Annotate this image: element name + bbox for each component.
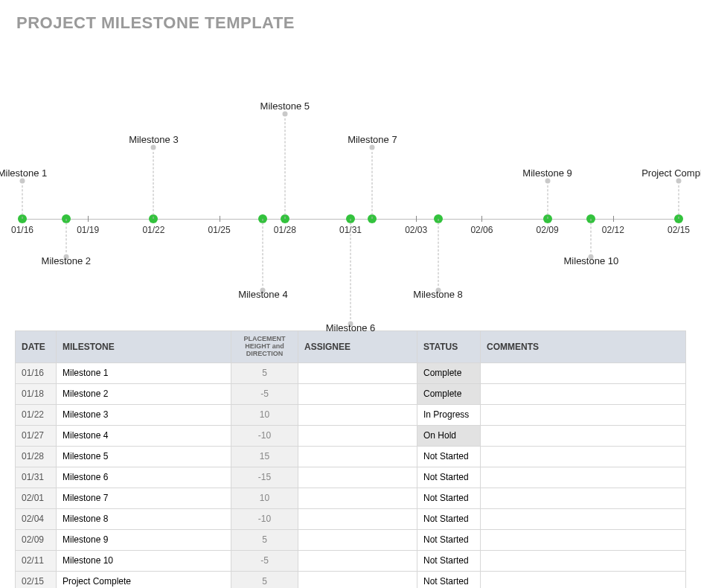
cell-comments[interactable]: [481, 383, 686, 404]
cell-status[interactable]: Not Started: [417, 571, 481, 588]
milestone-leader: [350, 219, 351, 319]
cell-milestone[interactable]: Milestone 9: [57, 529, 231, 550]
axis-tick-label: 01/22: [142, 225, 164, 235]
cell-status[interactable]: Not Started: [417, 550, 481, 571]
cell-status[interactable]: Not Started: [417, 508, 481, 529]
cell-comments[interactable]: [481, 446, 686, 467]
cell-placement[interactable]: 15: [231, 446, 298, 467]
cell-assignee[interactable]: [298, 550, 417, 571]
cell-comments[interactable]: [481, 571, 686, 588]
cell-date[interactable]: 01/18: [16, 383, 57, 404]
milestone-end-dot: [545, 179, 550, 184]
cell-placement[interactable]: 5: [231, 529, 298, 550]
cell-milestone[interactable]: Milestone 2: [57, 383, 231, 404]
milestone-label: Milestone 6: [326, 322, 375, 333]
cell-placement[interactable]: -5: [231, 550, 298, 571]
cell-milestone[interactable]: Milestone 3: [57, 404, 231, 425]
cell-assignee[interactable]: [298, 571, 417, 588]
table-row: 01/22Milestone 310In Progress: [16, 404, 686, 425]
milestone-label: Milestone 8: [413, 289, 462, 300]
milestone-label: Milestone 3: [129, 134, 178, 145]
th-assignee: ASSIGNEE: [298, 331, 417, 363]
milestone-leader: [372, 152, 373, 219]
cell-comments[interactable]: [481, 404, 686, 425]
cell-date[interactable]: 01/16: [16, 362, 57, 383]
milestone-timeline-chart: 01/1601/1901/2201/2501/2801/3102/0302/06…: [15, 40, 686, 316]
cell-status[interactable]: Not Started: [417, 446, 481, 467]
cell-milestone[interactable]: Milestone 4: [57, 425, 231, 446]
cell-assignee[interactable]: [298, 404, 417, 425]
milestone-table: DATE MILESTONE PLACEMENT HEIGHT and DIRE…: [15, 330, 686, 588]
cell-status[interactable]: Not Started: [417, 467, 481, 488]
milestone-label: Milestone 2: [42, 255, 91, 266]
axis-tick: [220, 216, 220, 222]
cell-status[interactable]: Complete: [417, 383, 481, 404]
cell-placement[interactable]: -10: [231, 425, 298, 446]
cell-assignee[interactable]: [298, 446, 417, 467]
cell-placement[interactable]: 5: [231, 362, 298, 383]
cell-milestone[interactable]: Milestone 5: [57, 446, 231, 467]
milestone-end-dot: [282, 112, 287, 117]
cell-status[interactable]: In Progress: [417, 404, 481, 425]
cell-milestone[interactable]: Milestone 6: [57, 467, 231, 488]
axis-tick: [88, 216, 89, 222]
cell-status[interactable]: Complete: [417, 362, 481, 383]
cell-comments[interactable]: [481, 550, 686, 571]
cell-assignee[interactable]: [298, 508, 417, 529]
cell-milestone[interactable]: Milestone 10: [57, 550, 231, 571]
milestone-leader: [263, 219, 263, 286]
th-placement: PLACEMENT HEIGHT and DIRECTION: [231, 331, 298, 363]
milestone-leader: [547, 185, 548, 219]
cell-date[interactable]: 02/01: [16, 488, 57, 508]
cell-comments[interactable]: [481, 488, 686, 508]
axis-tick-label: 01/28: [274, 225, 296, 235]
cell-placement[interactable]: -5: [231, 383, 298, 404]
cell-assignee[interactable]: [298, 383, 417, 404]
milestone-label: Milestone 1: [0, 167, 47, 179]
cell-placement[interactable]: -15: [231, 467, 298, 488]
cell-date[interactable]: 01/28: [16, 446, 57, 467]
cell-assignee[interactable]: [298, 488, 417, 508]
table-row: 02/01Milestone 710Not Started: [16, 488, 686, 508]
cell-comments[interactable]: [481, 467, 686, 488]
th-comments: COMMENTS: [481, 331, 686, 363]
cell-assignee[interactable]: [298, 529, 417, 550]
cell-assignee[interactable]: [298, 467, 417, 488]
milestone-label: Milestone 5: [260, 100, 310, 112]
cell-placement[interactable]: 10: [231, 488, 298, 508]
axis-tick-label: 02/15: [668, 225, 690, 235]
milestone-label: Milestone 7: [348, 134, 397, 145]
cell-placement[interactable]: 10: [231, 404, 298, 425]
milestone-label: Milestone 9: [522, 167, 572, 179]
cell-milestone[interactable]: Milestone 1: [57, 362, 231, 383]
cell-assignee[interactable]: [298, 425, 417, 446]
cell-date[interactable]: 02/11: [16, 550, 57, 571]
milestone-label: Milestone 10: [564, 255, 619, 266]
milestone-leader: [22, 185, 23, 219]
cell-date[interactable]: 01/27: [16, 425, 57, 446]
th-status: STATUS: [417, 331, 481, 363]
cell-date[interactable]: 02/04: [16, 508, 57, 529]
milestone-end-dot: [676, 179, 682, 184]
cell-placement[interactable]: -10: [231, 508, 298, 529]
cell-date[interactable]: 02/09: [16, 529, 57, 550]
cell-comments[interactable]: [481, 529, 686, 550]
table-row: 01/16Milestone 15Complete: [16, 362, 686, 383]
cell-status[interactable]: On Hold: [417, 425, 481, 446]
cell-status[interactable]: Not Started: [417, 488, 481, 508]
cell-milestone[interactable]: Milestone 8: [57, 508, 231, 529]
table-row: 01/27Milestone 4-10On Hold: [16, 425, 686, 446]
cell-date[interactable]: 01/22: [16, 404, 57, 425]
cell-comments[interactable]: [481, 362, 686, 383]
table-row: 01/31Milestone 6-15Not Started: [16, 467, 686, 488]
cell-status[interactable]: Not Started: [417, 529, 481, 550]
cell-date[interactable]: 02/15: [16, 571, 57, 588]
cell-date[interactable]: 01/31: [16, 467, 57, 488]
cell-placement[interactable]: 5: [231, 571, 298, 588]
cell-comments[interactable]: [481, 425, 686, 446]
cell-comments[interactable]: [481, 508, 686, 529]
cell-assignee[interactable]: [298, 362, 417, 383]
axis-tick: [613, 216, 614, 222]
cell-milestone[interactable]: Milestone 7: [57, 488, 231, 508]
cell-milestone[interactable]: Project Complete: [57, 571, 231, 588]
